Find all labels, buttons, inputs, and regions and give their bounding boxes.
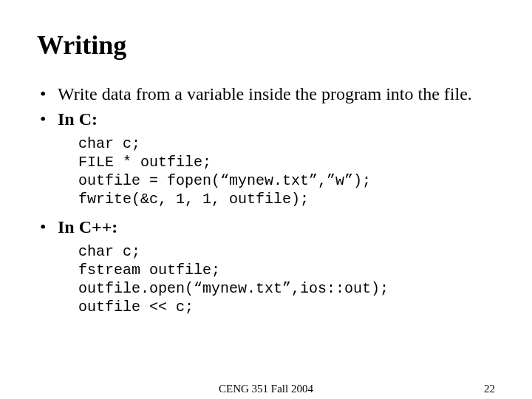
bullet-list: • In C++: <box>37 216 495 238</box>
bullet-item: • In C++: <box>37 216 495 238</box>
bullet-item: • Write data from a variable inside the … <box>37 83 495 105</box>
bullet-list: • Write data from a variable inside the … <box>37 83 495 130</box>
code-block-cpp: char c; fstream outfile; outfile.open(“m… <box>78 242 495 316</box>
bullet-text: In C++: <box>58 216 495 238</box>
slide-title: Writing <box>37 30 495 61</box>
footer-page-number: 22 <box>484 383 495 395</box>
bullet-dot: • <box>37 216 58 238</box>
code-block-c: char c; FILE * outfile; outfile = fopen(… <box>78 134 495 208</box>
bullet-dot: • <box>37 108 58 130</box>
bullet-dot: • <box>37 83 58 105</box>
bullet-item: • In C: <box>37 108 495 130</box>
footer-course: CENG 351 Fall 2004 <box>219 383 313 395</box>
bullet-text: In C: <box>58 108 495 130</box>
bullet-text: Write data from a variable inside the pr… <box>58 83 495 105</box>
